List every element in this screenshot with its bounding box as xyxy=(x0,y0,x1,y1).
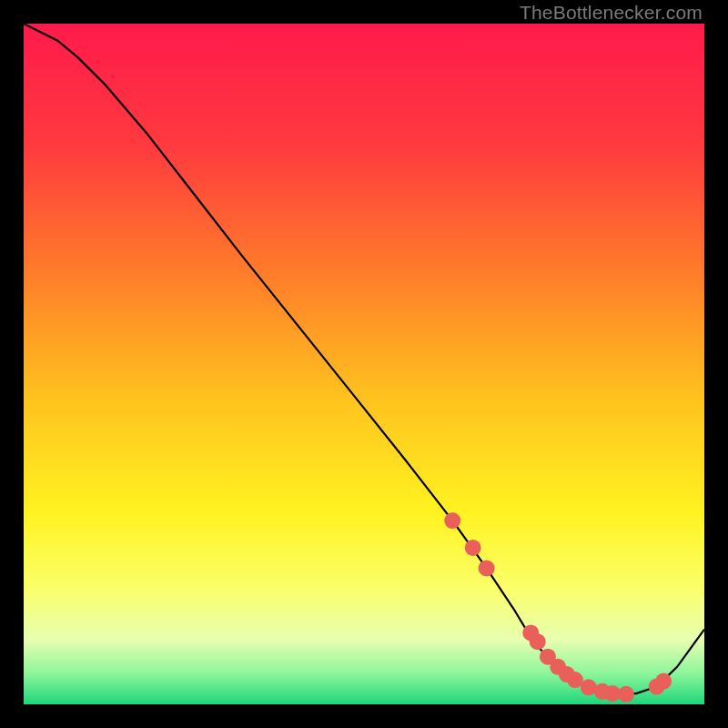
chart-svg xyxy=(24,24,704,704)
marker-dot xyxy=(618,686,634,703)
plot-area xyxy=(24,24,704,704)
marker-dot xyxy=(479,560,495,576)
gradient-background xyxy=(24,24,704,704)
marker-dot xyxy=(530,633,546,650)
marker-dot xyxy=(465,540,481,556)
marker-dot xyxy=(655,673,672,690)
marker-dot xyxy=(444,512,460,529)
chart-frame: TheBottlenecker.com xyxy=(0,0,728,728)
watermark-text: TheBottlenecker.com xyxy=(520,2,703,24)
